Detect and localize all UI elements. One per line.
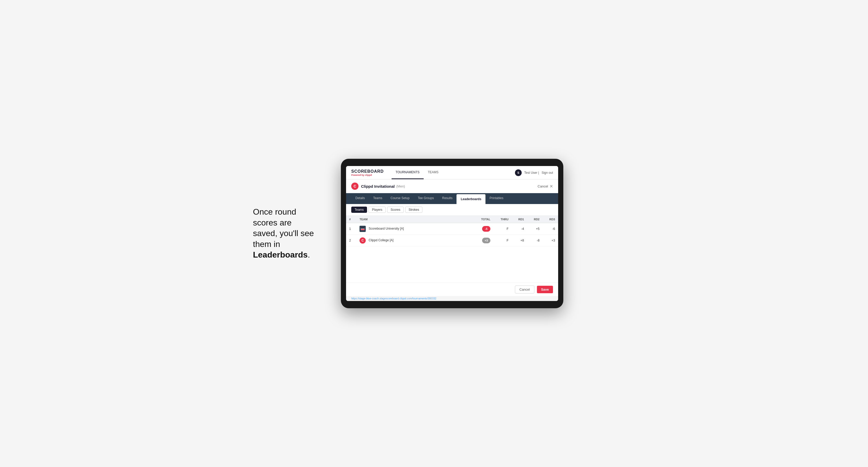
team-name-2: C Clippd College [A] <box>356 235 473 246</box>
tab-tee-groups[interactable]: Tee Groups <box>413 193 438 204</box>
team-logo-2: C <box>360 238 366 244</box>
nav-links: TOURNAMENTS TEAMS <box>392 166 443 179</box>
score-badge-1: -5 <box>482 226 490 232</box>
col-rank: # <box>346 216 356 223</box>
nav-tournaments[interactable]: TOURNAMENTS <box>392 166 424 179</box>
rd1-1: -4 <box>512 223 527 235</box>
tab-results[interactable]: Results <box>438 193 457 204</box>
footer-cancel-button[interactable]: Cancel <box>515 285 534 293</box>
filter-strokes[interactable]: Strokes <box>405 207 423 213</box>
total-2: +3 <box>473 235 494 246</box>
total-1: -5 <box>473 223 494 235</box>
filter-row: Teams Players Scores Strokes <box>346 204 558 216</box>
nav-right: S Test User | Sign out <box>515 169 553 176</box>
tab-leaderboards[interactable]: Leaderboards <box>457 194 485 204</box>
tab-teams[interactable]: Teams <box>369 193 386 204</box>
logo-subtitle: Powered by clippd <box>351 174 384 176</box>
spacer <box>346 246 558 283</box>
table-row: 2 C Clippd College [A] +3 F +8 -8 +3 <box>346 235 558 246</box>
user-avatar: S <box>515 169 522 176</box>
team-name-1: Scoreboard University [A] <box>356 223 473 235</box>
table-row: 1 Scoreboard University [A] <box>346 223 558 235</box>
tablet-device: SCOREBOARD Powered by clippd TOURNAMENTS… <box>341 159 563 308</box>
filter-teams[interactable]: Teams <box>351 207 367 213</box>
rd2-1: +5 <box>527 223 542 235</box>
rd2-2: -8 <box>527 235 542 246</box>
col-rd1: RD1 <box>512 216 527 223</box>
rd3-2: +3 <box>542 235 558 246</box>
thru-2: F <box>494 235 512 246</box>
svg-rect-2 <box>361 229 365 230</box>
footer-save-button[interactable]: Save <box>537 286 553 293</box>
col-total: TOTAL <box>473 216 494 223</box>
sub-tabs: Details Teams Course Setup Tee Groups Re… <box>346 193 558 204</box>
score-badge-2: +3 <box>482 238 490 243</box>
tournament-name: Clippd Invitational <box>361 184 395 188</box>
user-name: Test User | <box>524 171 539 175</box>
logo: SCOREBOARD Powered by clippd <box>351 169 384 176</box>
tab-details[interactable]: Details <box>351 193 369 204</box>
sign-out-link[interactable]: Sign out <box>541 171 553 175</box>
bottom-footer: Cancel Save <box>346 283 558 296</box>
top-navigation: SCOREBOARD Powered by clippd TOURNAMENTS… <box>346 166 558 180</box>
filter-scores[interactable]: Scores <box>387 207 403 213</box>
nav-teams[interactable]: TEAMS <box>424 166 442 179</box>
rd1-2: +8 <box>512 235 527 246</box>
tournament-gender: (Men) <box>396 184 405 188</box>
tablet-screen: SCOREBOARD Powered by clippd TOURNAMENTS… <box>346 166 558 301</box>
logo-title: SCOREBOARD <box>351 169 384 174</box>
tab-course-setup[interactable]: Course Setup <box>386 193 413 204</box>
url-bar: https://stage-blue-coach.stagescoreboard… <box>346 296 558 301</box>
filter-players[interactable]: Players <box>369 207 385 213</box>
svg-rect-1 <box>361 227 365 228</box>
rank-1: 1 <box>346 223 356 235</box>
thru-1: F <box>494 223 512 235</box>
close-icon: ✕ <box>550 184 553 189</box>
intro-text: Once round scores are saved, you'll see … <box>253 207 326 260</box>
col-rd3: RD3 <box>542 216 558 223</box>
col-team: TEAM <box>356 216 473 223</box>
team-logo-1 <box>360 226 366 232</box>
rd3-1: -6 <box>542 223 558 235</box>
tournament-icon: C <box>351 183 359 190</box>
rank-2: 2 <box>346 235 356 246</box>
leaderboard-table: # TEAM TOTAL THRU RD1 RD2 RD3 1 <box>346 216 558 246</box>
tab-printables[interactable]: Printables <box>486 193 507 204</box>
col-rd2: RD2 <box>527 216 542 223</box>
cancel-tournament[interactable]: Cancel ✕ <box>538 184 553 189</box>
tournament-header: C Clippd Invitational (Men) Cancel ✕ <box>346 180 558 193</box>
col-thru: THRU <box>494 216 512 223</box>
